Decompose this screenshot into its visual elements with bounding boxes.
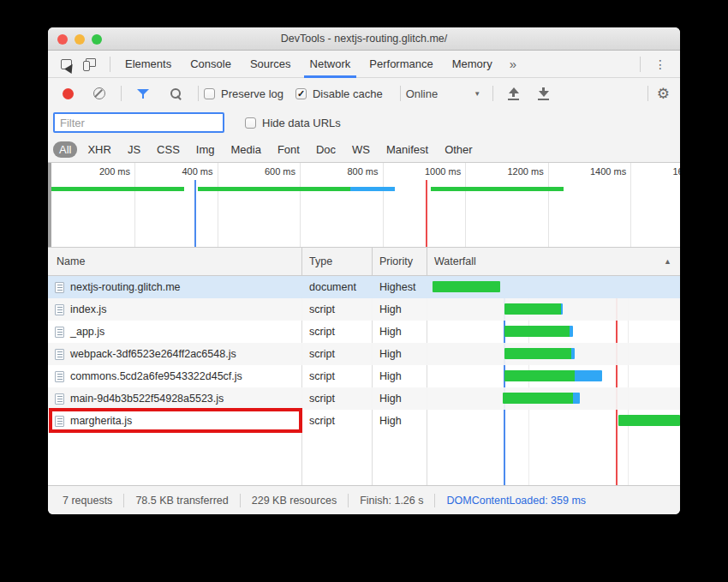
document-file-icon	[55, 416, 64, 427]
inspect-element-icon[interactable]	[55, 54, 77, 75]
column-header-waterfall[interactable]: Waterfall ▲	[427, 255, 680, 267]
overview-gridline	[218, 163, 218, 247]
column-header-type[interactable]: Type	[301, 255, 372, 267]
filter-icon[interactable]	[137, 88, 149, 99]
window-title: DevTools - nextjs-routing.glitch.me/	[281, 33, 448, 45]
pill-manifest[interactable]: Manifest	[380, 141, 434, 158]
zoom-window-button[interactable]	[92, 34, 102, 45]
overview-grip[interactable]	[48, 163, 51, 247]
tab-network[interactable]: Network	[301, 51, 361, 78]
pill-img[interactable]: Img	[190, 141, 221, 158]
divider	[301, 248, 302, 275]
export-har-icon[interactable]	[537, 87, 550, 100]
table-row-main-js[interactable]: main-9d4b3b522f54928a5523.js script High	[48, 387, 680, 410]
pill-css[interactable]: CSS	[151, 141, 186, 158]
waterfall-bar[interactable]	[504, 303, 563, 315]
timeline-overview[interactable]: 200 ms400 ms600 ms800 ms1000 ms1200 ms14…	[48, 162, 680, 248]
network-toolbar: Preserve log Disable cache Online ▼ ⚙	[48, 78, 680, 109]
column-header-priority[interactable]: Priority	[372, 255, 427, 267]
table-row-commons-js[interactable]: commons.5cd2a6fe9543322d45cf.js script H…	[48, 365, 680, 387]
hide-data-urls-checkbox[interactable]	[245, 117, 256, 129]
request-rows-area: nextjs-routing.glitch.me document Highes…	[48, 276, 680, 485]
traffic-lights	[57, 34, 102, 45]
pill-doc[interactable]: Doc	[310, 141, 342, 158]
search-icon[interactable]	[170, 87, 182, 100]
overview-tick-label: 600 ms	[260, 166, 295, 177]
tab-performance[interactable]: Performance	[360, 51, 442, 78]
settings-gear-icon[interactable]: ⚙	[657, 85, 670, 103]
screenshot-stage: DevTools - nextjs-routing.glitch.me/ Ele…	[0, 0, 728, 582]
chevron-down-icon: ▼	[474, 90, 480, 98]
tab-memory[interactable]: Memory	[443, 51, 502, 78]
preserve-log-checkbox[interactable]	[204, 88, 215, 99]
overview-dcl-line	[194, 180, 196, 247]
table-row-app-js[interactable]: _app.js script High	[48, 321, 680, 343]
document-file-icon	[55, 349, 64, 360]
overview-tick-label: 400 ms	[177, 166, 213, 177]
close-window-button[interactable]	[57, 34, 68, 45]
document-file-icon	[55, 327, 64, 338]
waterfall-bar[interactable]	[618, 415, 680, 426]
status-bar: 7 requests 78.5 KB transferred 229 KB re…	[48, 485, 680, 514]
table-row-webpack-js[interactable]: webpack-3df6523e264ff2ac6548.js script H…	[48, 343, 680, 365]
filter-input[interactable]	[53, 112, 224, 133]
overview-load-line	[426, 180, 427, 247]
request-table-header: Name Type Priority Waterfall ▲	[48, 248, 680, 276]
overview-gridline	[134, 163, 135, 247]
device-toolbar-icon[interactable]	[81, 54, 103, 75]
hide-data-urls-label: Hide data URLs	[262, 117, 341, 129]
minimize-window-button[interactable]	[75, 34, 85, 45]
waterfall-bar[interactable]	[504, 370, 602, 381]
divider	[647, 86, 648, 101]
devtools-window: DevTools - nextjs-routing.glitch.me/ Ele…	[48, 27, 680, 514]
waterfall-bar[interactable]	[503, 393, 580, 404]
resource-type-filters: All XHR JS CSS Img Media Font Doc WS Man…	[48, 136, 680, 162]
pill-other[interactable]: Other	[439, 141, 479, 158]
import-har-icon[interactable]	[507, 87, 520, 100]
overview-gridline	[630, 163, 631, 247]
sort-ascending-icon: ▲	[664, 257, 671, 266]
divider	[110, 57, 110, 72]
tab-sources[interactable]: Sources	[241, 51, 301, 78]
waterfall-bar[interactable]	[433, 281, 500, 292]
dom-content-loaded-time: DOMContentLoaded: 359 ms	[435, 495, 597, 507]
devtools-menu-icon[interactable]: ⋮	[646, 57, 675, 71]
waterfall-bar[interactable]	[504, 326, 573, 337]
table-row-index-js[interactable]: index.js script High	[48, 298, 680, 321]
disable-cache-checkbox[interactable]	[295, 88, 307, 99]
pill-all[interactable]: All	[53, 141, 77, 158]
overview-tick-label: 1000 ms	[425, 166, 461, 177]
clear-icon[interactable]	[93, 87, 105, 99]
panel-tabbar: Elements Console Sources Network Perform…	[48, 51, 680, 78]
overview-gridline	[465, 163, 466, 247]
waterfall-bar[interactable]	[504, 348, 575, 359]
divider	[427, 248, 427, 275]
transferred-size: 78.5 KB transferred	[124, 495, 239, 507]
divider	[640, 57, 641, 72]
table-row-margherita-js[interactable]: margherita.js script High	[48, 410, 680, 432]
disable-cache-label: Disable cache	[313, 87, 383, 100]
pill-font[interactable]: Font	[272, 141, 306, 158]
overview-gridline	[548, 163, 549, 247]
tab-console[interactable]: Console	[181, 51, 241, 78]
more-tabs-icon[interactable]: »	[502, 57, 524, 71]
record-button[interactable]	[63, 88, 74, 99]
divider	[400, 86, 401, 101]
pill-xhr[interactable]: XHR	[81, 141, 116, 158]
overview-tick-label: 800 ms	[343, 166, 379, 177]
overview-tick-label: 1600 ms	[673, 166, 681, 177]
overview-tick-label: 1200 ms	[508, 166, 544, 177]
throttling-select[interactable]: Online ▼	[406, 87, 481, 100]
pill-ws[interactable]: WS	[346, 141, 376, 158]
pill-media[interactable]: Media	[224, 141, 266, 158]
resources-size: 229 KB resources	[241, 495, 348, 507]
pill-js[interactable]: JS	[122, 141, 146, 158]
divider	[492, 86, 493, 101]
throttling-value: Online	[406, 87, 439, 100]
document-file-icon	[55, 371, 64, 382]
column-header-name[interactable]: Name	[48, 255, 301, 267]
finish-time: Finish: 1.26 s	[349, 495, 434, 507]
table-row-nextjs-routing[interactable]: nextjs-routing.glitch.me document Highes…	[48, 276, 680, 298]
tab-elements[interactable]: Elements	[116, 51, 181, 78]
document-file-icon	[55, 282, 64, 293]
